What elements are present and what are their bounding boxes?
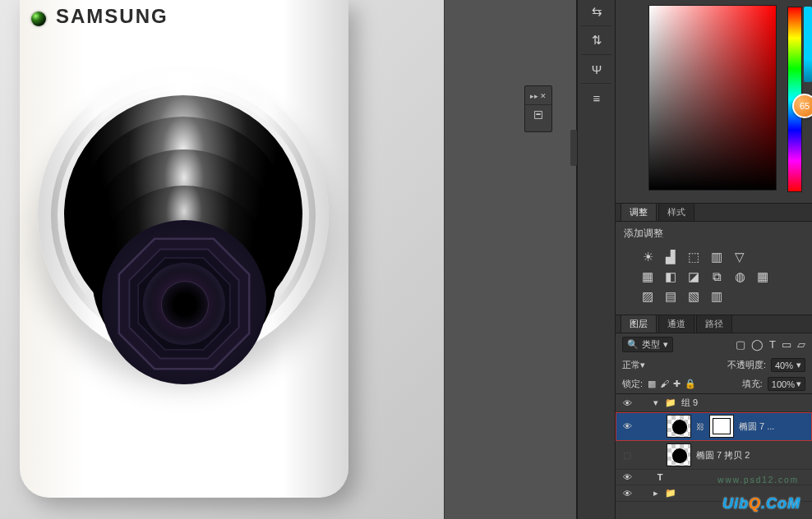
chevron-down-icon: ▾ (663, 339, 668, 350)
filter-shape-icon[interactable]: ▭ (782, 338, 791, 351)
filter-pixel-icon[interactable]: ▢ (736, 338, 745, 351)
adj-vibrance-icon[interactable]: ▽ (732, 250, 747, 264)
adj-photofilter-icon[interactable]: ◪ (686, 269, 701, 284)
adj-invert-icon[interactable]: ▨ (640, 289, 655, 304)
link-icon[interactable]: ⛓ (696, 422, 704, 431)
adj-threshold-icon[interactable]: ▧ (686, 289, 701, 304)
camera-body-shape: SAMSUNG (20, 0, 348, 498)
watermark-sub: www.psd12.com (717, 475, 799, 485)
folder-icon: 📁 (665, 397, 676, 408)
tab-styles[interactable]: 样式 (658, 203, 694, 221)
adj-hue-icon[interactable]: ▦ (640, 269, 655, 284)
lock-label: 锁定: (622, 378, 643, 390)
adjustments-panel: 添加调整 ☀ ▟ ⬚ ▥ ▽ ▦ ◧ ◪ ⧉ ◍ ▦ ▨ ▤ ▧ ▥ (616, 222, 812, 315)
blend-mode-select[interactable]: 正常▾ (622, 359, 690, 371)
close-icon[interactable]: ✕ (540, 92, 547, 100)
collapsed-panel-dock: ⇆ ⇅ Ψ ≡ (577, 0, 615, 519)
adj-grid-icon[interactable]: ▦ (755, 269, 770, 284)
tab-channels[interactable]: 通道 (658, 315, 694, 333)
fill-label: 填充: (742, 378, 763, 390)
adj-curves-icon[interactable]: ⬚ (686, 250, 701, 264)
filter-type-icon[interactable]: T (769, 338, 776, 351)
workspace-gutter (444, 0, 577, 519)
layer-name: 椭圆 7 ... (739, 420, 774, 433)
lock-brush-icon[interactable]: 🖌 (660, 379, 669, 389)
camera-lens (38, 71, 329, 407)
adj-mixer-icon[interactable]: ⧉ (709, 269, 724, 284)
layer-name: 组 9 (681, 397, 698, 409)
svg-rect-4 (536, 113, 540, 115)
notification-badge[interactable]: 65 (792, 94, 812, 118)
type-layer-icon: T (653, 472, 667, 482)
search-icon: 🔍 (627, 339, 639, 350)
fill-input[interactable]: 100%▾ (768, 377, 805, 391)
floating-toolbar[interactable]: ▸▸ ✕ (524, 85, 552, 132)
adj-brightness-icon[interactable]: ☀ (640, 250, 655, 264)
layers-tabs: 图层 通道 路径 (616, 315, 812, 333)
layer-group-9[interactable]: 👁 ▾ 📁 组 9 (616, 394, 812, 412)
opacity-input[interactable]: 40%▾ (771, 358, 805, 372)
layer-filter-select[interactable]: 🔍 类型 ▾ (622, 337, 673, 352)
layer-ellipse-7-copy-2[interactable]: ▢ 椭圆 7 拷贝 2 (616, 441, 812, 470)
brand-text: SAMSUNG (56, 5, 168, 28)
layers-panel: 🔍 类型 ▾ ▢ ◯ T ▭ ▱ 正常▾ 不透明度: 40%▾ 锁定: (616, 333, 812, 519)
lock-all-icon[interactable]: 🔒 (685, 379, 696, 389)
dock-icon-align[interactable]: ⇅ (578, 29, 616, 52)
layer-filter-label: 类型 (642, 338, 660, 351)
collapse-icon[interactable]: ▸▸ (530, 92, 538, 100)
dock-icon-paragraph[interactable]: ≡ (578, 86, 616, 109)
folder-icon: 📁 (665, 488, 676, 498)
adj-bw-icon[interactable]: ◧ (663, 269, 678, 284)
group-arrow-down-icon[interactable]: ▾ (653, 397, 658, 408)
tab-adjustments[interactable]: 调整 (621, 203, 657, 221)
adj-levels-icon[interactable]: ▟ (663, 250, 678, 264)
tab-paths[interactable]: 路径 (696, 315, 732, 333)
visibility-toggle[interactable]: 👁 (621, 472, 634, 482)
lens-aperture (143, 263, 225, 345)
adj-gradientmap-icon[interactable]: ▥ (709, 289, 724, 304)
adj-colorlookup-icon[interactable]: ◍ (732, 269, 747, 284)
lock-position-icon[interactable]: ✚ (673, 379, 681, 389)
lock-transparency-icon[interactable]: ▩ (648, 379, 656, 389)
visibility-toggle[interactable]: 👁 (621, 489, 634, 498)
layer-ellipse-7[interactable]: 👁 ⛓ 椭圆 7 ... (616, 412, 812, 441)
layer-thumbnail[interactable] (667, 443, 691, 466)
cache-meter (804, 7, 812, 82)
dock-icon-swap[interactable]: ⇆ (578, 0, 616, 23)
layer-thumbnail[interactable] (667, 415, 691, 438)
visibility-toggle[interactable]: 👁 (621, 398, 634, 408)
filter-smart-icon[interactable]: ▱ (797, 338, 805, 351)
opacity-label: 不透明度: (727, 359, 766, 371)
adjustments-label: 添加调整 (624, 227, 804, 241)
camera-led (31, 11, 46, 26)
adj-posterize-icon[interactable]: ▤ (663, 289, 678, 304)
color-field[interactable] (648, 5, 777, 191)
group-arrow-right-icon[interactable]: ▸ (653, 488, 658, 498)
visibility-toggle-off[interactable]: ▢ (621, 450, 634, 461)
panel-divider-handle[interactable] (570, 130, 577, 166)
filter-adjust-icon[interactable]: ◯ (751, 338, 764, 351)
tab-layers[interactable]: 图层 (621, 315, 657, 333)
adj-exposure-icon[interactable]: ▥ (709, 250, 724, 264)
floating-settings-icon[interactable] (525, 105, 551, 128)
visibility-toggle[interactable]: 👁 (621, 421, 634, 431)
right-panels: 65 调整 样式 添加调整 ☀ ▟ ⬚ ▥ ▽ ▦ ◧ ◪ ⧉ ◍ ▦ ▨ ▤ … (615, 0, 812, 519)
layer-name: 椭圆 7 拷贝 2 (696, 449, 750, 462)
layer-mask-thumbnail[interactable] (709, 415, 734, 438)
dock-icon-brush[interactable]: Ψ (578, 57, 616, 80)
watermark: UibQ.CoM (722, 495, 800, 512)
color-picker-panel: 65 (616, 0, 812, 204)
adjustments-tabs: 调整 样式 (616, 204, 812, 222)
document-canvas[interactable]: SAMSUNG (0, 0, 444, 519)
